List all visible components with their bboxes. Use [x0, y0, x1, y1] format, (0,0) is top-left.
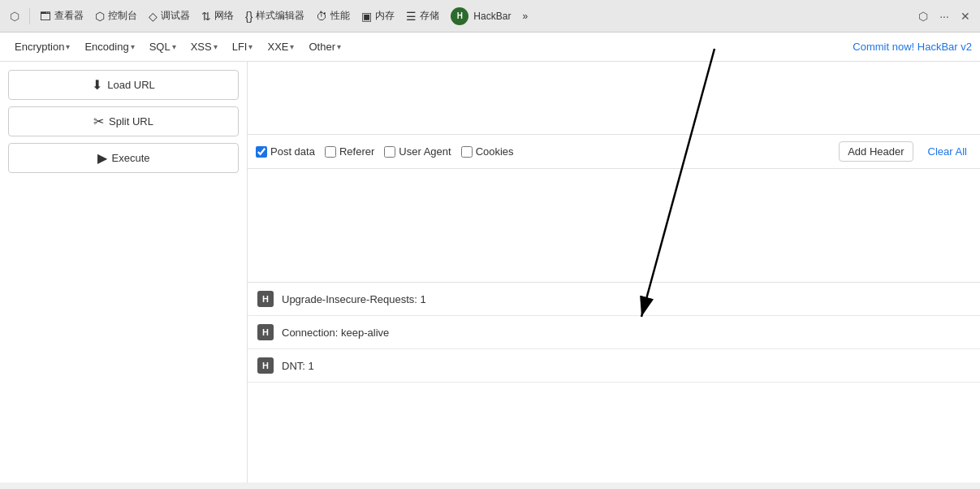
post-data-input[interactable] [248, 169, 980, 283]
cookies-checkbox[interactable] [461, 146, 473, 158]
header-badge: H [257, 324, 274, 340]
sql-chevron: ▾ [172, 42, 176, 51]
execute-button[interactable]: ▶ Execute [8, 143, 239, 173]
xxe-chevron: ▾ [290, 42, 294, 51]
more-tools-btn[interactable]: » [519, 9, 531, 24]
other-chevron: ▾ [337, 42, 341, 51]
post-data-checkbox-group[interactable]: Post data [256, 145, 315, 158]
encryption-chevron: ▾ [66, 42, 70, 51]
hackbar-avatar: H [451, 7, 468, 25]
header-badge: H [257, 291, 274, 307]
user-agent-checkbox-group[interactable]: User Agent [384, 145, 451, 158]
clear-all-button[interactable]: Clear All [923, 142, 972, 161]
referer-checkbox[interactable] [325, 146, 336, 158]
options-bar: Post data Referer User Agent Cookies [248, 135, 980, 169]
devtools-icon[interactable]: ⬡ [6, 8, 23, 24]
user-agent-checkbox[interactable] [384, 146, 395, 158]
responsive-design-icon[interactable]: ⬡ [915, 8, 931, 24]
storage-icon: ☰ [406, 10, 417, 23]
header-badge: H [257, 357, 274, 374]
url-input[interactable] [248, 62, 980, 135]
load-url-button[interactable]: ⬇ Load URL [8, 70, 239, 100]
cookies-checkbox-group[interactable]: Cookies [461, 145, 514, 158]
split-url-icon: ✂ [93, 114, 104, 129]
split-url-button[interactable]: ✂ Split URL [8, 106, 239, 136]
hackbar-btn[interactable]: H HackBar [447, 6, 514, 27]
storage-btn[interactable]: ☰ 存储 [403, 7, 443, 24]
separator [29, 8, 30, 24]
debugger-icon: ◇ [149, 10, 158, 23]
close-devtools-icon[interactable]: ✕ [957, 8, 974, 24]
menu-other[interactable]: Other ▾ [302, 37, 348, 56]
menu-sql[interactable]: SQL ▾ [143, 37, 183, 56]
right-panel: Post data Referer User Agent Cookies [248, 62, 980, 483]
network-btn[interactable]: ⇅ 网络 [198, 7, 237, 24]
menu-encoding[interactable]: Encoding ▾ [78, 37, 140, 56]
hackbar-container: Encryption ▾ Encoding ▾ SQL ▾ XSS ▾ LFI … [0, 32, 980, 483]
header-item: H Upgrade-Insecure-Requests: 1 [248, 283, 980, 316]
add-header-button[interactable]: Add Header [839, 141, 913, 162]
encoding-chevron: ▾ [131, 42, 135, 51]
menu-xxe[interactable]: XXE ▾ [261, 37, 300, 56]
debugger-btn[interactable]: ◇ 调试器 [145, 7, 193, 24]
memory-icon: ▣ [361, 10, 372, 23]
menu-xss[interactable]: XSS ▾ [184, 37, 224, 56]
network-icon: ⇅ [201, 10, 211, 23]
performance-btn[interactable]: ⏱ 性能 [313, 7, 353, 24]
commit-btn[interactable]: Commit now! HackBar v2 [853, 41, 972, 53]
style-icon: {} [245, 10, 253, 23]
browser-toolbar: ⬡ 🗔 查看器 ⬡ 控制台 ◇ 调试器 ⇅ 网络 {} 样式编辑器 ⏱ 性能 ▣… [0, 0, 980, 32]
performance-icon: ⏱ [316, 10, 327, 23]
more-options-icon[interactable]: ··· [936, 8, 952, 24]
style-editor-btn[interactable]: {} 样式编辑器 [242, 7, 308, 24]
xss-chevron: ▾ [214, 42, 218, 51]
header-item: H Connection: keep-alive [248, 316, 980, 349]
menu-lfi[interactable]: LFI ▾ [226, 37, 260, 56]
console-btn[interactable]: ⬡ 控制台 [92, 7, 140, 24]
execute-icon: ▶ [97, 150, 107, 166]
console-icon: ⬡ [95, 10, 105, 23]
inspector-btn[interactable]: 🗔 查看器 [37, 7, 87, 24]
menu-encryption[interactable]: Encryption ▾ [8, 37, 76, 56]
menu-bar: Encryption ▾ Encoding ▾ SQL ▾ XSS ▾ LFI … [0, 32, 980, 62]
lfi-chevron: ▾ [248, 42, 253, 51]
load-url-icon: ⬇ [92, 77, 102, 93]
referer-checkbox-group[interactable]: Referer [325, 145, 374, 158]
memory-btn[interactable]: ▣ 内存 [358, 7, 398, 24]
left-panel: ⬇ Load URL ✂ Split URL ▶ Execute [0, 62, 248, 483]
main-content: ⬇ Load URL ✂ Split URL ▶ Execute [0, 62, 980, 483]
headers-list: H Upgrade-Insecure-Requests: 1 H Connect… [248, 283, 980, 483]
inspector-icon: 🗔 [40, 10, 51, 23]
post-data-checkbox[interactable] [256, 146, 267, 158]
header-item: H DNT: 1 [248, 349, 980, 383]
